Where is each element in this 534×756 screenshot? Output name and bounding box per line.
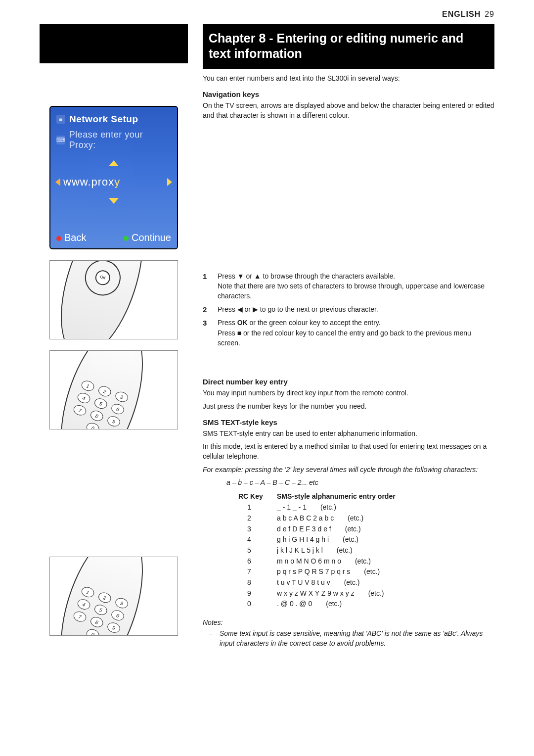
sms-key: 3 (203, 524, 277, 535)
remote-keypad-figure-2: 123 456 789 0 (49, 557, 178, 636)
sms-key: 4 (203, 534, 277, 545)
tv-prompt-row: ⌨ Please enter your Proxy: (56, 130, 171, 150)
sms-order: p q r s P Q R S 7 p q r s(etc.) (277, 567, 380, 577)
key-6-icon: 6 (110, 609, 126, 622)
col-order-header: SMS-style alphanumeric entry order (277, 492, 396, 500)
sms-key: 5 (203, 545, 277, 556)
key-7-icon: 7 (72, 610, 88, 623)
sms-example-seq: a – b – c – A – B – C – 2... etc (203, 477, 494, 487)
tv-title: Network Setup (69, 114, 138, 125)
tv-entry-text: www.proxy (56, 167, 171, 197)
sms-row: 8t u v T U V 8 t u v(etc.) (203, 577, 494, 588)
remote-body: 123 456 789 0 (49, 557, 159, 636)
arrow-right-icon (167, 178, 172, 186)
etc-label: (etc.) (326, 600, 342, 608)
key-4-icon: 4 (76, 598, 91, 611)
key-7-icon: 7 (72, 404, 88, 417)
sms-order: d e f D E F 3 d e f(etc.) (277, 524, 361, 535)
tv-title-row: ≡ Network Setup (56, 114, 171, 125)
sms-order: . @ 0 . @ 0(etc.) (277, 599, 342, 610)
tv-back: Back (56, 232, 86, 243)
sms-key: 8 (203, 577, 277, 588)
left-arrow-icon: ◀ (237, 305, 243, 313)
key-0-icon: 0 (85, 628, 100, 636)
step-text: Press ◀ or ▶ to go to the next or previo… (218, 304, 494, 315)
dpad: OK (81, 260, 126, 300)
etc-label: (etc.) (343, 535, 358, 543)
etc-label: (etc.) (348, 514, 363, 522)
up-arrow-icon: ▲ (254, 272, 261, 280)
sms-order: a b c A B C 2 a b c(etc.) (277, 513, 363, 524)
sms-heading: SMS TEXT-style keys (203, 418, 494, 426)
right-arrow-icon: ▶ (253, 305, 258, 313)
step-number: 2 (203, 304, 212, 315)
key-2-icon: 2 (97, 384, 112, 398)
green-dot-icon (124, 236, 129, 241)
page-header: ENGLISH29 (40, 10, 494, 19)
sms-row: 7p q r s P Q R S 7 p q r s(etc.) (203, 567, 494, 577)
sms-row: 1_ - 1 _ - 1(etc.) (203, 502, 494, 513)
t: Press (218, 272, 237, 280)
ok-label: OK (237, 319, 248, 327)
key-9-icon: 9 (106, 415, 122, 428)
etc-label: (etc.) (345, 525, 361, 533)
sms-key: 2 (203, 513, 277, 524)
t: or (244, 272, 254, 280)
arrow-left-icon (55, 178, 60, 186)
key-4-icon: 4 (76, 391, 91, 405)
sms-l2: In this mode, text is entered by a metho… (203, 441, 494, 462)
sms-order: m n o M N O 6 m n o(etc.) (277, 556, 371, 567)
page-number: 29 (485, 10, 494, 18)
key-0-icon: 0 (85, 422, 100, 429)
key-1-icon: 1 (80, 379, 95, 392)
step-2: 2 Press ◀ or ▶ to go to the next or prev… (203, 304, 494, 315)
step-text: Press ▼ or ▲ to browse through the chara… (218, 271, 494, 301)
t: to browse through the characters availab… (261, 272, 396, 280)
entry-prefix: www.prox (63, 176, 114, 188)
sms-table-header: RC Key SMS-style alphanumeric entry orde… (203, 492, 494, 500)
note-item: – Some text input is case sensitive, mea… (203, 628, 494, 649)
key-3-icon: 3 (114, 390, 130, 404)
direct-entry-l1: You may input numbers by direct key inpu… (203, 388, 494, 398)
step-1: 1 Press ▼ or ▲ to browse through the cha… (203, 271, 494, 301)
steps-list: 1 Press ▼ or ▲ to browse through the cha… (203, 271, 494, 348)
step-number: 3 (203, 318, 212, 348)
etc-label: (etc.) (337, 546, 353, 554)
etc-label: (etc.) (364, 567, 380, 575)
keypad: 123 456 789 0 (49, 557, 158, 636)
key-9-icon: 9 (106, 621, 122, 634)
t: Press (218, 329, 237, 337)
key-3-icon: 3 (114, 597, 130, 610)
step-3: 3 Press OK or the green colour key to ac… (203, 318, 494, 348)
t: or the red colour key to cancel the entr… (218, 329, 471, 347)
left-column: ≡ Network Setup ⌨ Please enter your Prox… (40, 24, 188, 649)
sms-row: 4g h i G H I 4 g h i(etc.) (203, 534, 494, 545)
red-dot-icon (56, 236, 61, 241)
sms-order: j k l J K L 5 j k l(etc.) (277, 545, 353, 556)
step-text: Press OK or the green colour key to acce… (218, 318, 494, 348)
tv-screen-figure: ≡ Network Setup ⌨ Please enter your Prox… (49, 106, 178, 249)
dash-icon: – (209, 628, 215, 649)
language-label: ENGLISH (442, 10, 481, 18)
etc-label: (etc.) (368, 589, 384, 597)
t: to go to the next or previous character. (258, 305, 378, 313)
stop-icon: ■ (237, 329, 241, 337)
chapter-title: Chapter 8 - Entering or editing numeric … (203, 24, 494, 69)
tv-entry-field: www.proxy (56, 167, 171, 197)
sms-table: RC Key SMS-style alphanumeric entry orde… (203, 492, 494, 610)
list-icon: ≡ (56, 115, 65, 124)
note-text: Some text input is case sensitive, meani… (220, 628, 494, 649)
key-5-icon: 5 (93, 603, 108, 616)
sms-order: g h i G H I 4 g h i(etc.) (277, 534, 358, 545)
intro-text: You can enter numbers and text into the … (203, 74, 494, 84)
t: or (243, 305, 253, 313)
down-arrow-icon: ▼ (237, 272, 244, 280)
key-8-icon: 8 (89, 615, 104, 629)
tv-continue-label: Continue (132, 232, 171, 243)
t: Press (218, 305, 237, 313)
key-1-icon: 1 (80, 585, 95, 599)
etc-label: (etc.) (320, 503, 336, 511)
sms-order: t u v T U V 8 t u v(etc.) (277, 577, 360, 588)
t: or the green colour key to accept the en… (248, 319, 381, 327)
sms-row: 2a b c A B C 2 a b c(etc.) (203, 513, 494, 524)
